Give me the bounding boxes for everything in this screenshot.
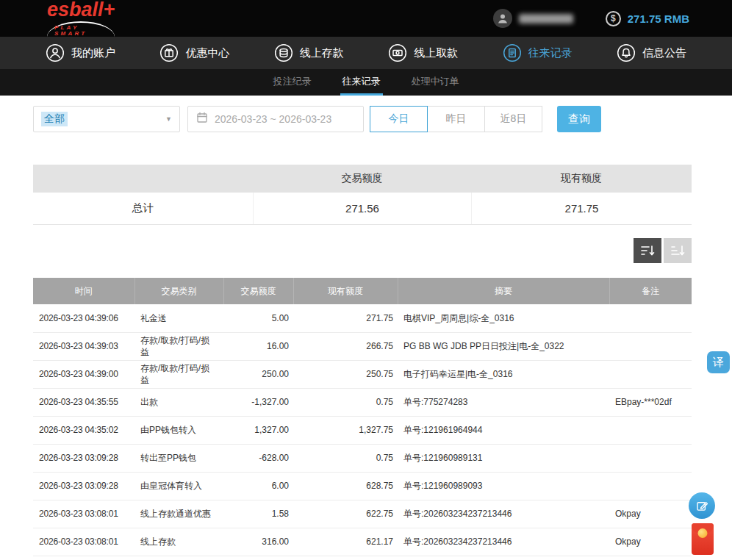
calendar-icon xyxy=(196,112,208,126)
cell-time: 2026-03-23 04:39:00 xyxy=(33,360,134,388)
user-account-menu[interactable] xyxy=(493,9,573,28)
summary-header-transaction: 交易额度 xyxy=(253,165,471,193)
cell-time: 2026-03-23 04:39:06 xyxy=(33,304,134,332)
cell-type: 由皇冠体育转入 xyxy=(134,472,223,500)
table-row: 2026-03-23 03:09:28 转出至PP钱包 -628.00 0.75… xyxy=(33,444,692,472)
cell-balance: 0.75 xyxy=(293,444,398,472)
summary-total-transaction: 271.56 xyxy=(253,193,471,224)
sort-ascending-button[interactable] xyxy=(664,238,692,263)
cell-amount: -1,327.00 xyxy=(223,388,293,416)
cell-balance: 271.75 xyxy=(293,304,398,332)
category-select-value: 全部 xyxy=(41,112,68,126)
cell-summary: 单号:121960989131 xyxy=(398,444,609,472)
cell-amount: 250.00 xyxy=(223,360,293,388)
chevron-down-icon: ▼ xyxy=(165,115,172,123)
gift-icon xyxy=(159,43,179,62)
table-row: 2026-03-23 04:39:00 存款/取款/打码/损益 250.00 2… xyxy=(33,360,692,388)
user-icon xyxy=(497,12,509,24)
nav-label: 往来记录 xyxy=(528,46,573,60)
col-header-type: 交易类别 xyxy=(134,278,223,304)
nav-item-online-deposit[interactable]: 线上存款 xyxy=(274,43,344,62)
nav-label: 线上取款 xyxy=(414,46,458,60)
cell-type: 转出至PP钱包 xyxy=(134,444,223,472)
nav-item-promotions[interactable]: 优惠中心 xyxy=(159,43,229,62)
table-row: 2026-03-23 04:35:55 出款 -1,327.00 0.75 单号… xyxy=(33,388,692,416)
date-range-value: 2026-03-23 ~ 2026-03-23 xyxy=(215,113,331,125)
dollar-coin-icon: $ xyxy=(606,11,621,26)
cell-amount: 6.00 xyxy=(223,472,293,500)
edit-note-button[interactable] xyxy=(689,492,715,519)
nav-label: 线上存款 xyxy=(300,46,344,60)
cell-time: 2026-03-23 04:35:02 xyxy=(33,416,134,444)
table-row: 2026-03-23 03:09:28 由皇冠体育转入 6.00 628.75 … xyxy=(33,472,692,500)
table-row: 2026-03-23 03:08:01 线上存款 316.00 621.17 单… xyxy=(33,528,692,556)
cell-balance: 621.17 xyxy=(293,528,398,556)
cell-remark xyxy=(609,444,692,472)
banknote-icon xyxy=(388,43,407,62)
pencil-square-icon xyxy=(695,499,709,513)
cell-balance: 0.75 xyxy=(293,388,398,416)
cell-time: 2026-03-23 03:08:01 xyxy=(33,500,134,528)
cell-time: 2026-03-23 04:35:55 xyxy=(33,388,134,416)
sort-descending-button[interactable] xyxy=(634,238,661,263)
cell-amount: -628.00 xyxy=(223,444,293,472)
cell-amount: 316.00 xyxy=(223,528,293,556)
translate-button[interactable]: 译 xyxy=(707,351,730,373)
cell-remark: EBpay-***02df xyxy=(609,388,692,416)
col-header-amount: 交易额度 xyxy=(223,278,293,304)
nav-item-transaction-records[interactable]: 往来记录 xyxy=(503,43,573,62)
cell-time: 2026-03-23 04:39:03 xyxy=(33,332,134,360)
date-range-input[interactable]: 2026-03-23 ~ 2026-03-23 xyxy=(187,106,364,132)
category-select[interactable]: 全部 ▼ xyxy=(33,106,180,132)
cell-balance: 266.75 xyxy=(293,332,398,360)
brand-logo[interactable]: esball+ PLAY SMART xyxy=(47,0,115,37)
cell-remark xyxy=(609,360,692,388)
today-button[interactable]: 今日 xyxy=(370,106,428,132)
cell-type: 存款/取款/打码/损益 xyxy=(134,360,223,388)
nav-item-my-account[interactable]: 我的账户 xyxy=(46,43,115,62)
cell-type: 线上存款 xyxy=(134,528,223,556)
quick-date-buttons: 今日 昨日 近8日 xyxy=(370,106,542,132)
summary-total-balance: 271.75 xyxy=(471,193,692,224)
cell-type: 线上存款通道优惠 xyxy=(134,500,223,528)
cell-balance: 250.75 xyxy=(293,360,398,388)
cell-amount: 16.00 xyxy=(223,332,293,360)
nav-item-announcements[interactable]: 信息公告 xyxy=(617,43,686,62)
cell-type: 出款 xyxy=(134,388,223,416)
last-8-days-button[interactable]: 近8日 xyxy=(484,106,542,132)
nav-item-online-withdrawal[interactable]: 线上取款 xyxy=(388,43,458,62)
username-blurred xyxy=(519,14,573,24)
table-row: 2026-03-23 04:39:06 礼金送 5.00 271.75 电棋VI… xyxy=(33,304,692,332)
records-header-row: 时间 交易类别 交易额度 现有额度 摘要 备注 xyxy=(33,278,692,304)
summary-header-row: 交易额度 现有额度 xyxy=(33,165,692,193)
cell-summary: 单号:202603234237213446 xyxy=(398,528,609,556)
cell-remark: Okpay xyxy=(609,528,692,556)
filter-bar: 全部 ▼ 2026-03-23 ~ 2026-03-23 今日 昨日 近8日 查… xyxy=(33,106,692,132)
search-button[interactable]: 查询 xyxy=(557,106,601,132)
summary-table: 交易额度 现有额度 总计 271.56 271.75 xyxy=(33,165,692,225)
main-nav: 我的账户 优惠中心 线上存款 线上取款 往来记录 信息公告 xyxy=(0,37,732,69)
tab-processing-orders[interactable]: 处理中订单 xyxy=(409,69,462,96)
tab-betting-records[interactable]: 投注纪录 xyxy=(271,69,314,96)
sort-ascending-icon xyxy=(670,244,685,257)
cell-time: 2026-03-23 03:09:28 xyxy=(33,472,134,500)
cell-type: 由PP钱包转入 xyxy=(134,416,223,444)
wallet-balance[interactable]: $ 271.75 RMB xyxy=(606,11,689,26)
cell-summary: 电子打码幸运星|电-全_0316 xyxy=(398,360,609,388)
table-row: 2026-03-23 03:08:01 线上存款通道优惠 1.58 622.75… xyxy=(33,500,692,528)
yesterday-button[interactable]: 昨日 xyxy=(427,106,485,132)
cell-remark xyxy=(609,304,692,332)
red-envelope-button[interactable] xyxy=(692,523,714,555)
cell-balance: 622.75 xyxy=(293,500,398,528)
content-area: 全部 ▼ 2026-03-23 ~ 2026-03-23 今日 昨日 近8日 查… xyxy=(33,106,692,556)
logo-text: esball+ xyxy=(47,0,115,20)
col-header-time: 时间 xyxy=(33,278,134,304)
tab-transaction-records[interactable]: 往来记录 xyxy=(340,69,383,96)
sub-nav: 投注纪录 往来记录 处理中订单 xyxy=(0,69,732,96)
cell-time: 2026-03-23 03:09:28 xyxy=(33,444,134,472)
cell-remark xyxy=(609,332,692,360)
table-row: 2026-03-23 04:39:03 存款/取款/打码/损益 16.00 26… xyxy=(33,332,692,360)
balance-amount: 271.75 RMB xyxy=(628,12,689,25)
cell-summary: 电棋VIP_周周息|综-全_0316 xyxy=(398,304,609,332)
cell-amount: 1,327.00 xyxy=(223,416,293,444)
